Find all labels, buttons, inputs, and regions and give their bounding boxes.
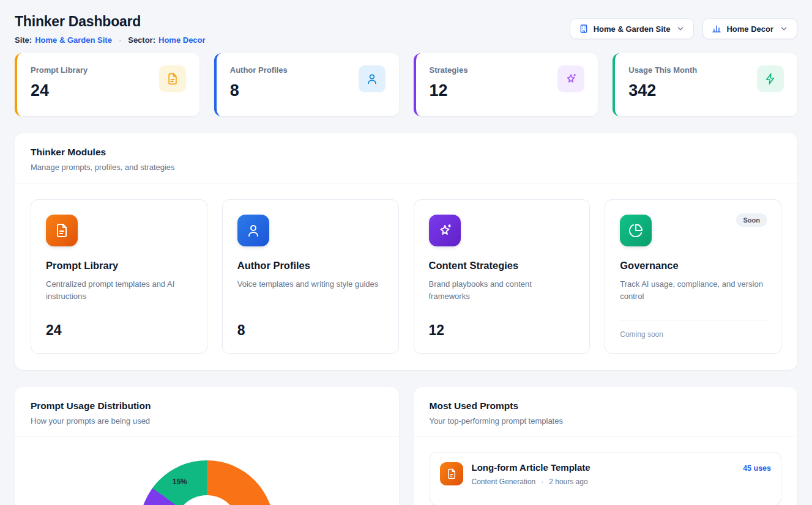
stat-label: Author Profiles [230, 65, 288, 75]
prompt-item-title: Long-form Article Template [472, 462, 590, 473]
person-icon [237, 215, 269, 246]
building-icon [579, 24, 589, 34]
site-selector-dropdown[interactable]: Home & Garden Site [570, 18, 695, 39]
item-text: Long-form Article Template Content Gener… [472, 462, 590, 486]
sector-selector-label: Home Decor [726, 24, 773, 34]
most-used-list: Long-form Article Template Content Gener… [414, 437, 798, 505]
site-selector-label: Home & Garden Site [594, 24, 671, 34]
stat-value: 342 [628, 81, 697, 100]
modules-subtitle: Manage prompts, profiles, and strategies [31, 163, 781, 172]
prompt-list-item[interactable]: Long-form Article Template Content Gener… [430, 452, 782, 505]
donut-segment-label: 15% [173, 477, 187, 486]
most-used-header: Most Used Prompts Your top-performing pr… [414, 387, 798, 437]
stat-value: 8 [230, 81, 288, 100]
title-block: Thinker Dashboard Site: Home & Garden Si… [15, 13, 206, 45]
module-description: Voice templates and writing style guides [237, 278, 384, 290]
donut-chart-area: 15% [15, 437, 399, 505]
modules-header: Thinker Modules Manage prompts, profiles… [15, 133, 797, 183]
lightning-icon [757, 65, 784, 92]
prompt-item-category: Content Generation [472, 477, 536, 486]
modules-grid: Prompt Library Centralized prompt templa… [15, 183, 797, 370]
donut-chart [140, 460, 274, 505]
sector-label: Sector: [128, 35, 155, 45]
module-title: Content Strategies [429, 260, 575, 271]
module-card-prompt-library[interactable]: Prompt Library Centralized prompt templa… [31, 199, 207, 354]
stat-text: Usage This Month 342 [628, 65, 697, 100]
page-title: Thinker Dashboard [15, 13, 206, 30]
stat-text: Author Profiles 8 [230, 65, 288, 100]
stat-card-strategies: Strategies 12 [414, 53, 598, 116]
chevron-down-icon [780, 24, 788, 33]
meta-separator: · [541, 477, 543, 486]
stat-label: Strategies [430, 65, 468, 75]
stat-value: 24 [31, 81, 88, 100]
stat-value: 12 [430, 81, 468, 100]
module-title: Author Profiles [237, 260, 384, 271]
sector-link[interactable]: Home Decor [158, 35, 206, 45]
file-icon [159, 65, 186, 92]
module-count: 12 [429, 322, 575, 339]
stat-text: Strategies 12 [430, 65, 468, 100]
module-card-governance[interactable]: Soon Governance Track AI usage, complian… [605, 199, 781, 354]
module-count: 24 [46, 322, 192, 339]
header-selectors: Home & Garden Site Home Decor [570, 18, 797, 39]
topbar: Thinker Dashboard Site: Home & Garden Si… [15, 13, 797, 45]
module-description: Track AI usage, compliance, and version … [620, 278, 766, 303]
module-title: Governance [620, 260, 766, 271]
bar-chart-icon [712, 24, 721, 34]
pie-chart-icon [620, 215, 652, 246]
stat-card-prompt-library: Prompt Library 24 [15, 53, 199, 116]
usage-panel-subtitle: How your prompts are being used [31, 416, 383, 426]
soon-badge: Soon [736, 213, 768, 227]
coming-soon-text: Coming soon [620, 320, 766, 339]
site-label: Site: [15, 35, 32, 45]
breadcrumb: Site: Home & Garden Site · Sector: Home … [15, 35, 206, 45]
most-used-subtitle: Your top-performing prompt templates [430, 416, 782, 426]
chevron-down-icon [676, 24, 685, 33]
prompt-usage-panel: Prompt Usage Distribution How your promp… [15, 387, 399, 505]
module-card-author-profiles[interactable]: Author Profiles Voice templates and writ… [222, 199, 399, 354]
thinker-modules-section: Thinker Modules Manage prompts, profiles… [15, 133, 797, 370]
module-card-content-strategies[interactable]: Content Strategies Brand playbooks and c… [414, 199, 590, 354]
module-description: Centralized prompt templates and AI inst… [46, 278, 192, 303]
module-count: 8 [237, 322, 384, 339]
most-used-title: Most Used Prompts [430, 400, 782, 411]
module-description: Brand playbooks and content frameworks [429, 278, 575, 303]
most-used-prompts-panel: Most Used Prompts Your top-performing pr… [414, 387, 798, 505]
file-icon [46, 215, 78, 246]
usage-panel-header: Prompt Usage Distribution How your promp… [15, 387, 399, 437]
stat-label: Prompt Library [31, 65, 88, 75]
breadcrumb-separator: · [119, 35, 121, 45]
stat-card-author-profiles: Author Profiles 8 [214, 53, 399, 116]
sparkle-star-icon [557, 65, 584, 92]
prompt-item-meta: Content Generation · 2 hours ago [472, 477, 590, 486]
dashboard-page: Thinker Dashboard Site: Home & Garden Si… [0, 0, 812, 505]
stat-label: Usage This Month [628, 65, 697, 75]
prompt-item-time: 2 hours ago [549, 477, 587, 486]
stat-card-usage: Usage This Month 342 [613, 53, 797, 116]
prompt-item-uses-badge: 45 uses [743, 462, 771, 473]
sparkle-star-icon [429, 215, 461, 246]
usage-panel-title: Prompt Usage Distribution [31, 400, 383, 411]
stat-text: Prompt Library 24 [31, 65, 88, 100]
person-icon [359, 65, 386, 92]
file-icon [440, 462, 463, 485]
modules-title: Thinker Modules [31, 147, 781, 158]
bottom-row: Prompt Usage Distribution How your promp… [15, 387, 797, 505]
sector-selector-dropdown[interactable]: Home Decor [702, 18, 797, 39]
stats-row: Prompt Library 24 Author Profiles 8 Stra… [15, 53, 797, 116]
module-title: Prompt Library [46, 260, 192, 271]
site-link[interactable]: Home & Garden Site [35, 35, 112, 45]
